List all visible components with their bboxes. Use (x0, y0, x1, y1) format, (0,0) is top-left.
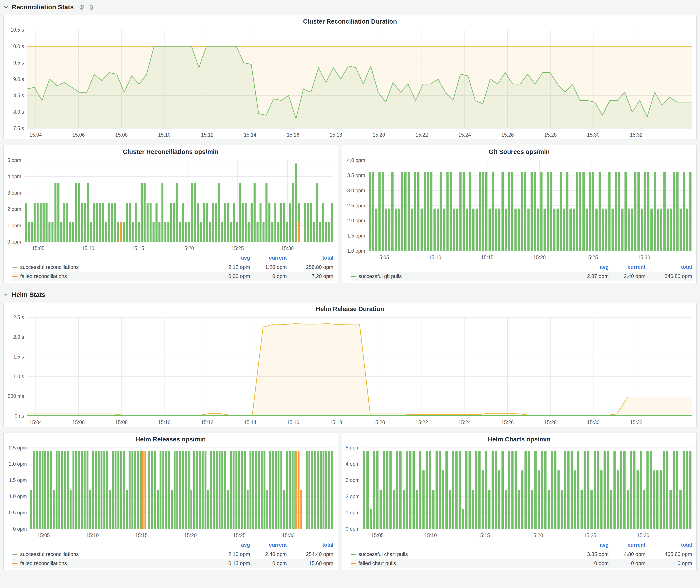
svg-text:1 opm: 1 opm (7, 223, 21, 228)
svg-text:2.0 opm: 2.0 opm (347, 218, 365, 223)
chevron-down-icon (3, 5, 8, 10)
cluster-reconciliation-duration-graph[interactable]: 7.5 s8.0 s8.5 s9.0 s9.5 s10.0 s10.5 s15:… (4, 26, 696, 139)
panel-helm-releases-opm: Helm Releases ops/min 0 opm0.5 opm1.0 op… (3, 433, 338, 570)
row-header-helm-stats[interactable]: Helm Stats (3, 289, 697, 300)
panel-title[interactable]: Git Sources ops/min (342, 145, 696, 156)
panel-title[interactable]: Helm Charts ops/min (342, 433, 696, 443)
legend-col-avg[interactable]: avg (572, 264, 609, 270)
legend-total-value: 7.20 opm (287, 273, 333, 279)
svg-text:15:24: 15:24 (458, 420, 471, 425)
legend-col-avg[interactable]: avg (213, 255, 250, 261)
series-toggle[interactable]: successful chart pulls (351, 551, 572, 557)
svg-text:15:05: 15:05 (377, 255, 389, 260)
panel-helm-charts-opm: Helm Charts ops/min 0 opm1 opm2 opm3 opm… (342, 433, 697, 570)
trash-icon[interactable] (89, 4, 94, 10)
cluster-reconciliations-graph[interactable]: 0 opm1 opm2 opm3 opm4 opm5 opm15:0515:10… (4, 156, 338, 253)
svg-text:15:28: 15:28 (544, 420, 557, 425)
helm-release-duration-graph[interactable]: 0 ns500 ms1.0 s1.5 s2.0 s2.5 s15:0415:06… (4, 313, 696, 427)
series-toggle[interactable]: successful reconciliations (12, 264, 213, 270)
legend-total-value: 254.40 opm (287, 551, 333, 557)
svg-text:2.5 s: 2.5 s (13, 315, 24, 320)
legend-row-failed-chart-pulls: failed chart pulls 0 opm 0 opm 0 opm (351, 559, 692, 568)
legend-row-failed-reconciliations: failed reconciliations 0.06 opm 0 opm 7.… (12, 272, 333, 281)
svg-text:0.5 opm: 0.5 opm (9, 510, 27, 515)
legend-col-total[interactable]: total (287, 255, 333, 261)
git-sources-graph[interactable]: 1.0 opm1.5 opm2.0 opm2.5 opm3.0 opm3.5 o… (342, 156, 696, 262)
legend-col-avg[interactable]: avg (572, 542, 609, 548)
series-label: failed chart pulls (358, 560, 396, 566)
series-swatch (12, 276, 18, 277)
legend-col-current[interactable]: current (250, 542, 287, 548)
legend-current-value: 4.80 opm (609, 551, 645, 557)
series-swatch (12, 554, 18, 555)
svg-text:10.0 s: 10.0 s (10, 44, 24, 49)
row-title: Helm Stats (12, 291, 45, 298)
legend-col-total[interactable]: total (287, 542, 333, 548)
svg-text:15:18: 15:18 (330, 420, 342, 425)
svg-text:3 opm: 3 opm (7, 190, 21, 196)
svg-text:4 opm: 4 opm (346, 461, 360, 467)
legend-header-row: avg current total (351, 540, 692, 550)
legend-avg-value: 2.10 opm (213, 551, 250, 557)
legend-current-value: 2.40 opm (250, 551, 287, 557)
svg-text:15:04: 15:04 (29, 132, 42, 138)
legend-avg-value: 2.87 opm (572, 273, 609, 279)
panel-title[interactable]: Cluster Reconciliation Duration (4, 15, 696, 26)
svg-text:15:15: 15:15 (132, 246, 144, 251)
svg-text:1 opm: 1 opm (346, 510, 360, 515)
helm-charts-graph[interactable]: 0 opm1 opm2 opm3 opm4 opm5 opm15:0515:10… (342, 443, 696, 540)
panel-cluster-reconciliations-opm: Cluster Reconciliations ops/min 0 opm1 o… (3, 145, 338, 283)
series-toggle[interactable]: failed chart pulls (351, 560, 572, 566)
legend-col-current[interactable]: current (609, 264, 645, 270)
svg-text:4.0 opm: 4.0 opm (347, 157, 365, 163)
legend: avg current total successful git pulls 2… (342, 262, 696, 283)
svg-text:15:30: 15:30 (282, 533, 295, 538)
legend-col-current[interactable]: current (250, 255, 287, 261)
series-label: successful git pulls (358, 273, 402, 279)
legend-col-total[interactable]: total (645, 264, 692, 270)
legend: avg current total successful chart pulls… (342, 540, 696, 570)
legend: avg current total successful reconciliat… (4, 253, 338, 283)
svg-text:15:14: 15:14 (244, 420, 256, 425)
svg-text:15:15: 15:15 (481, 255, 494, 260)
svg-text:15:30: 15:30 (587, 420, 600, 425)
svg-text:15:10: 15:10 (158, 132, 171, 138)
svg-text:3.5 opm: 3.5 opm (347, 173, 365, 178)
panel-title[interactable]: Helm Release Duration (4, 302, 696, 313)
legend-total-value: 0 opm (645, 560, 692, 566)
series-label: failed reconciliations (20, 560, 67, 566)
svg-text:15:05: 15:05 (32, 246, 45, 251)
row-header-reconciliation-stats[interactable]: Reconciliation Stats (3, 2, 697, 13)
series-toggle[interactable]: failed reconciliations (12, 273, 213, 279)
svg-text:15:04: 15:04 (29, 420, 42, 425)
svg-text:15:30: 15:30 (638, 255, 650, 260)
helm-releases-graph[interactable]: 0 opm0.5 opm1.0 opm1.5 opm2.0 opm2.5 opm… (4, 443, 338, 540)
svg-text:15:16: 15:16 (287, 132, 299, 138)
series-toggle[interactable]: successful reconciliations (12, 551, 213, 557)
svg-text:15:16: 15:16 (287, 420, 299, 425)
svg-text:1.5 opm: 1.5 opm (347, 233, 365, 239)
svg-text:15:22: 15:22 (416, 420, 428, 425)
svg-text:15:28: 15:28 (544, 132, 557, 138)
svg-text:15:14: 15:14 (244, 132, 256, 138)
legend-avg-value: 3.85 opm (572, 551, 609, 557)
legend-col-avg[interactable]: avg (213, 542, 250, 548)
svg-text:4 opm: 4 opm (7, 174, 21, 179)
series-toggle[interactable]: failed reconciliations (12, 560, 213, 566)
series-label: successful reconciliations (20, 264, 79, 270)
panel-title[interactable]: Helm Releases ops/min (4, 433, 338, 443)
legend-row-successful-git-pulls: successful git pulls 2.87 opm 2.40 opm 3… (351, 272, 692, 281)
svg-text:15:06: 15:06 (72, 132, 85, 138)
legend-col-total[interactable]: total (645, 542, 692, 548)
panel-title[interactable]: Cluster Reconciliations ops/min (4, 145, 338, 156)
legend-avg-value: 0.06 opm (213, 273, 250, 279)
series-toggle[interactable]: successful git pulls (351, 273, 572, 279)
svg-text:3.0 opm: 3.0 opm (347, 188, 365, 193)
svg-text:8.0 s: 8.0 s (13, 109, 24, 115)
svg-text:15:32: 15:32 (630, 420, 643, 425)
gear-icon[interactable] (79, 4, 85, 10)
legend-col-current[interactable]: current (609, 542, 645, 548)
svg-text:15:15: 15:15 (135, 533, 148, 538)
svg-text:0 opm: 0 opm (13, 526, 27, 532)
svg-text:0 ns: 0 ns (15, 413, 24, 419)
